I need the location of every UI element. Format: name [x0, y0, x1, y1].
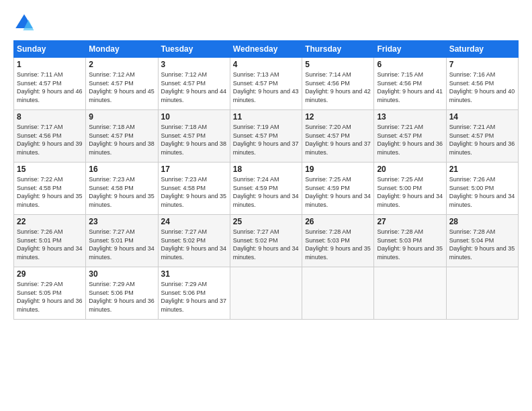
day-number: 17: [161, 165, 227, 174]
week-row-5: 29 Sunrise: 7:29 AM Sunset: 5:05 PM Dayl…: [14, 267, 519, 320]
header: [13, 12, 519, 34]
day-info: Sunrise: 7:20 AM Sunset: 4:57 PM Dayligh…: [305, 123, 371, 156]
day-cell: 28 Sunrise: 7:28 AM Sunset: 5:04 PM Dayl…: [446, 215, 518, 267]
day-cell: [230, 267, 302, 320]
day-number: 28: [449, 217, 515, 226]
day-cell: 25 Sunrise: 7:27 AM Sunset: 5:02 PM Dayl…: [230, 215, 302, 267]
day-cell: 29 Sunrise: 7:29 AM Sunset: 5:05 PM Dayl…: [14, 267, 86, 320]
day-cell: 19 Sunrise: 7:25 AM Sunset: 4:59 PM Dayl…: [302, 163, 374, 215]
day-cell: 18 Sunrise: 7:24 AM Sunset: 4:59 PM Dayl…: [230, 163, 302, 215]
day-info: Sunrise: 7:21 AM Sunset: 4:57 PM Dayligh…: [449, 123, 515, 156]
day-number: 26: [305, 217, 371, 226]
day-info: Sunrise: 7:23 AM Sunset: 4:58 PM Dayligh…: [89, 175, 154, 209]
day-cell: 9 Sunrise: 7:18 AM Sunset: 4:57 PM Dayli…: [86, 110, 158, 163]
day-cell: 20 Sunrise: 7:25 AM Sunset: 5:00 PM Dayl…: [374, 163, 446, 215]
col-header-thursday: Thursday: [302, 41, 374, 58]
day-info: Sunrise: 7:21 AM Sunset: 4:57 PM Dayligh…: [377, 123, 443, 156]
day-info: Sunrise: 7:27 AM Sunset: 5:02 PM Dayligh…: [233, 228, 299, 261]
day-cell: 12 Sunrise: 7:20 AM Sunset: 4:57 PM Dayl…: [302, 110, 374, 163]
day-info: Sunrise: 7:18 AM Sunset: 4:57 PM Dayligh…: [89, 123, 154, 156]
col-header-sunday: Sunday: [14, 41, 86, 58]
day-number: 22: [17, 217, 83, 226]
day-number: 13: [377, 112, 443, 122]
day-number: 27: [377, 217, 443, 226]
day-number: 29: [17, 269, 83, 279]
day-info: Sunrise: 7:29 AM Sunset: 5:06 PM Dayligh…: [161, 280, 227, 314]
day-number: 16: [89, 165, 154, 174]
day-cell: 24 Sunrise: 7:27 AM Sunset: 5:02 PM Dayl…: [158, 215, 230, 267]
day-info: Sunrise: 7:27 AM Sunset: 5:01 PM Dayligh…: [89, 228, 154, 261]
day-cell: 4 Sunrise: 7:13 AM Sunset: 4:57 PM Dayli…: [230, 58, 302, 110]
day-number: 8: [17, 112, 83, 122]
day-info: Sunrise: 7:28 AM Sunset: 5:04 PM Dayligh…: [449, 228, 515, 261]
day-cell: 27 Sunrise: 7:28 AM Sunset: 5:03 PM Dayl…: [374, 215, 446, 267]
calendar-table: SundayMondayTuesdayWednesdayThursdayFrid…: [13, 40, 519, 320]
day-number: 5: [305, 60, 371, 69]
day-info: Sunrise: 7:29 AM Sunset: 5:06 PM Dayligh…: [89, 280, 154, 314]
day-info: Sunrise: 7:29 AM Sunset: 5:05 PM Dayligh…: [17, 280, 83, 314]
day-cell: 13 Sunrise: 7:21 AM Sunset: 4:57 PM Dayl…: [374, 110, 446, 163]
day-cell: 5 Sunrise: 7:14 AM Sunset: 4:56 PM Dayli…: [302, 58, 374, 110]
col-header-wednesday: Wednesday: [230, 41, 302, 58]
day-number: 30: [89, 269, 154, 279]
day-number: 19: [305, 165, 371, 174]
day-number: 11: [233, 112, 299, 122]
day-cell: 21 Sunrise: 7:26 AM Sunset: 5:00 PM Dayl…: [446, 163, 518, 215]
day-cell: [374, 267, 446, 320]
day-cell: 6 Sunrise: 7:15 AM Sunset: 4:56 PM Dayli…: [374, 58, 446, 110]
day-info: Sunrise: 7:15 AM Sunset: 4:56 PM Dayligh…: [377, 71, 443, 104]
day-number: 18: [233, 165, 299, 174]
day-info: Sunrise: 7:17 AM Sunset: 4:56 PM Dayligh…: [17, 123, 83, 156]
day-info: Sunrise: 7:23 AM Sunset: 4:58 PM Dayligh…: [161, 175, 227, 209]
day-number: 2: [89, 60, 154, 69]
day-number: 31: [161, 269, 227, 279]
day-cell: 17 Sunrise: 7:23 AM Sunset: 4:58 PM Dayl…: [158, 163, 230, 215]
header-row: SundayMondayTuesdayWednesdayThursdayFrid…: [14, 41, 519, 58]
day-cell: 16 Sunrise: 7:23 AM Sunset: 4:58 PM Dayl…: [86, 163, 158, 215]
day-info: Sunrise: 7:14 AM Sunset: 4:56 PM Dayligh…: [305, 71, 371, 104]
day-cell: 8 Sunrise: 7:17 AM Sunset: 4:56 PM Dayli…: [14, 110, 86, 163]
day-info: Sunrise: 7:18 AM Sunset: 4:57 PM Dayligh…: [161, 123, 227, 156]
day-cell: 31 Sunrise: 7:29 AM Sunset: 5:06 PM Dayl…: [158, 267, 230, 320]
col-header-friday: Friday: [374, 41, 446, 58]
logo: [13, 12, 39, 34]
day-number: 23: [89, 217, 154, 226]
week-row-1: 1 Sunrise: 7:11 AM Sunset: 4:57 PM Dayli…: [14, 58, 519, 110]
day-info: Sunrise: 7:24 AM Sunset: 4:59 PM Dayligh…: [233, 175, 299, 209]
day-number: 9: [89, 112, 154, 122]
day-cell: 1 Sunrise: 7:11 AM Sunset: 4:57 PM Dayli…: [14, 58, 86, 110]
day-info: Sunrise: 7:13 AM Sunset: 4:57 PM Dayligh…: [233, 71, 299, 104]
day-info: Sunrise: 7:26 AM Sunset: 5:00 PM Dayligh…: [449, 175, 515, 209]
day-number: 1: [17, 60, 83, 69]
day-info: Sunrise: 7:16 AM Sunset: 4:56 PM Dayligh…: [449, 71, 515, 104]
day-number: 7: [449, 60, 515, 69]
day-cell: 10 Sunrise: 7:18 AM Sunset: 4:57 PM Dayl…: [158, 110, 230, 163]
day-info: Sunrise: 7:26 AM Sunset: 5:01 PM Dayligh…: [17, 228, 83, 261]
day-info: Sunrise: 7:19 AM Sunset: 4:57 PM Dayligh…: [233, 123, 299, 156]
day-cell: 30 Sunrise: 7:29 AM Sunset: 5:06 PM Dayl…: [86, 267, 158, 320]
day-cell: 7 Sunrise: 7:16 AM Sunset: 4:56 PM Dayli…: [446, 58, 518, 110]
day-number: 21: [449, 165, 515, 174]
day-number: 4: [233, 60, 299, 69]
week-row-2: 8 Sunrise: 7:17 AM Sunset: 4:56 PM Dayli…: [14, 110, 519, 163]
day-number: 20: [377, 165, 443, 174]
col-header-tuesday: Tuesday: [158, 41, 230, 58]
day-number: 14: [449, 112, 515, 122]
logo-icon: [13, 12, 35, 34]
day-info: Sunrise: 7:11 AM Sunset: 4:57 PM Dayligh…: [17, 71, 83, 104]
col-header-monday: Monday: [86, 41, 158, 58]
day-info: Sunrise: 7:25 AM Sunset: 4:59 PM Dayligh…: [305, 175, 371, 209]
day-cell: [302, 267, 374, 320]
day-info: Sunrise: 7:12 AM Sunset: 4:57 PM Dayligh…: [161, 71, 227, 104]
day-info: Sunrise: 7:28 AM Sunset: 5:03 PM Dayligh…: [377, 228, 443, 261]
day-info: Sunrise: 7:28 AM Sunset: 5:03 PM Dayligh…: [305, 228, 371, 261]
day-cell: 11 Sunrise: 7:19 AM Sunset: 4:57 PM Dayl…: [230, 110, 302, 163]
day-cell: 22 Sunrise: 7:26 AM Sunset: 5:01 PM Dayl…: [14, 215, 86, 267]
day-cell: 23 Sunrise: 7:27 AM Sunset: 5:01 PM Dayl…: [86, 215, 158, 267]
day-number: 6: [377, 60, 443, 69]
week-row-3: 15 Sunrise: 7:22 AM Sunset: 4:58 PM Dayl…: [14, 163, 519, 215]
day-info: Sunrise: 7:22 AM Sunset: 4:58 PM Dayligh…: [17, 175, 83, 209]
day-cell: [446, 267, 518, 320]
day-cell: 14 Sunrise: 7:21 AM Sunset: 4:57 PM Dayl…: [446, 110, 518, 163]
day-cell: 15 Sunrise: 7:22 AM Sunset: 4:58 PM Dayl…: [14, 163, 86, 215]
